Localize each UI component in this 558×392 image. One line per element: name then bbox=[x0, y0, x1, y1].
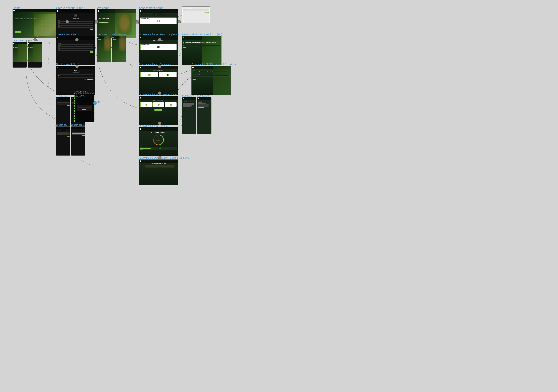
modal-sign-frame: CONFIRM EMAIL CONFIRM bbox=[74, 93, 95, 122]
code-principles-stage-done-title: CODE PRINCIPLES bbox=[140, 70, 177, 71]
start-button-mobile-2[interactable]: START → bbox=[113, 42, 115, 43]
assessment-results-frame: W OVERALL SCORE ON TRACK 67 Questions bbox=[139, 127, 178, 156]
svg-text:67 Questions: 67 Questions bbox=[157, 140, 160, 141]
assessment-breakdown-label: Assessment home (Results) Section-breakd… bbox=[139, 157, 189, 159]
send-invites-button[interactable]: SEND INVITES bbox=[87, 79, 94, 80]
next-mobile-2b[interactable]: NEXT bbox=[82, 135, 85, 136]
invite-title: INVITE bbox=[57, 70, 94, 71]
next-button-step1[interactable]: NEXT bbox=[90, 29, 94, 30]
write-colleague-frame: WRITE A COLLEAGUE SEND bbox=[182, 6, 210, 23]
home-mobile-1-frame: W DEFORESTATIONASSESSMENTTOOL bbox=[13, 42, 27, 68]
create-mobile-1a-label: Create ac... bbox=[56, 94, 68, 97]
next-mobile-1a[interactable]: NEXT bbox=[67, 105, 70, 106]
dashboard-mobile-1-label: Dashboard– bbox=[182, 94, 195, 97]
nav-dot-home-right bbox=[66, 20, 69, 23]
assessment-home-label: Assessment home bbox=[139, 6, 164, 10]
create-mobile-2a-frame: W COMPANY DETAILS NEXT bbox=[56, 126, 70, 156]
textarea-field-2[interactable] bbox=[192, 75, 229, 76]
hero-title: DEFORESTATION ASSESSMENT TOOL bbox=[15, 18, 37, 20]
assessment-all-stages-label: Assessment home (All Stages done) bbox=[139, 93, 176, 96]
nav-dot-assessment-bottom-3 bbox=[158, 92, 161, 95]
dashboard-mobile-2-label: Dashboard – bbox=[197, 94, 211, 97]
code-principles-all-title: CODE PRINCIPLES bbox=[140, 100, 177, 101]
set-commitments-all[interactable]: SET COMMITMENTS bbox=[141, 103, 152, 103]
nav-dot-assessment-bottom-2 bbox=[158, 65, 161, 68]
modal-sign-label: Modal sign-... bbox=[74, 90, 88, 93]
design-section-2-frame: W Section x.x X.X example of a random qu… bbox=[192, 66, 231, 95]
nav-dot-assessment-bottom-4 bbox=[158, 122, 161, 125]
set-commitments-card-2[interactable]: SET COMMITMENTS bbox=[141, 44, 176, 45]
nav-dot-assessment-bottom-5 bbox=[158, 156, 161, 159]
set-commitments-stage[interactable]: SET COMMITMENTS bbox=[141, 73, 158, 74]
welcome-label: Welcome bbox=[97, 6, 110, 10]
svg-point-2 bbox=[98, 101, 100, 103]
confirm-button[interactable]: CONFIRM bbox=[82, 109, 87, 110]
nav-dot-assessment-bottom bbox=[158, 38, 161, 42]
your-details-title: YOUR DETAILS bbox=[57, 18, 94, 19]
nav-dot-create2-bottom bbox=[75, 65, 78, 68]
create-step2-label: Create account Step 2 bbox=[56, 33, 79, 36]
view-results-button[interactable]: VIEW RESULTS → bbox=[155, 109, 162, 111]
send-colleague-button[interactable]: SEND bbox=[205, 12, 209, 13]
assessment-stage-done-frame: W CODE PRINCIPLES SET COMMITMENTS ✓ TAKE… bbox=[139, 66, 178, 95]
start-button-mobile-1[interactable]: START → bbox=[98, 42, 100, 43]
welcome-mobile-1-frame: W WELCOME,JOHN START → bbox=[97, 36, 111, 62]
design-section-1-frame: W Section x.x In-this-deforestation in a… bbox=[182, 36, 221, 65]
assessment-results-label: Assessment home (Results) bbox=[139, 124, 168, 127]
assessment-breakdown-frame: W SET COMMITMENTS SCORE Category 1 85% C… bbox=[139, 159, 178, 185]
nav-dot-home-bottom bbox=[34, 38, 37, 42]
create-mobile-2a-label: Create ac... bbox=[56, 124, 68, 126]
welcome-john-text: WELCOME, JOHN bbox=[99, 18, 109, 19]
nav-dot-modal-blue bbox=[93, 101, 97, 105]
welcome-mobile-2-frame: W WELCOME,JOHN START → bbox=[112, 36, 126, 62]
back-button-step2[interactable]: BACK bbox=[86, 51, 89, 53]
next-mobile-2a[interactable]: NEXT bbox=[67, 136, 70, 137]
nav-dot-create1-bottom bbox=[75, 38, 78, 42]
create-mobile-2b-label: Create acco... bbox=[71, 124, 86, 126]
textarea-field[interactable] bbox=[183, 45, 220, 46]
assessment-all-stages-frame: W CODE PRINCIPLES SET COMMITMENTS ✓ TAKE… bbox=[139, 96, 178, 125]
design-next-button[interactable]: NEXT → bbox=[183, 47, 186, 48]
wwf-logo: W bbox=[13, 10, 15, 11]
set-commitments-card[interactable]: SET COMMITMENTS bbox=[141, 18, 176, 19]
overall-score-title: OVERALL SCORE bbox=[140, 132, 177, 133]
assessment-stage-done-label: Assessment home (Stage done) bbox=[139, 63, 172, 66]
confirm-email-title: CONFIRM EMAIL bbox=[78, 106, 91, 107]
create-step1-label: Create account Step 1 bbox=[56, 6, 86, 10]
svg-point-7 bbox=[155, 136, 162, 144]
take-action-all[interactable]: TAKE ACTION bbox=[153, 103, 164, 103]
nav-dot-assessment-right bbox=[177, 20, 181, 23]
nav-dot-create1-right bbox=[95, 20, 98, 23]
welcome-mobile-2-label: Welcome mo... bbox=[112, 33, 128, 36]
skip-button[interactable]: SKIP bbox=[83, 79, 86, 80]
welcome-mobile-1-label: Welcome ... bbox=[97, 33, 109, 36]
back-mobile-2b[interactable]: BACK bbox=[81, 135, 82, 136]
design-section-1-label: Dashboard – DESIGN section i... (xxx) bbox=[182, 33, 222, 36]
design-section-2-question: X.X example of a random question with a … bbox=[192, 71, 229, 74]
code-principles-title: CODE PRINCIPLES bbox=[140, 14, 177, 15]
hero-button[interactable]: LEARN MORE bbox=[15, 31, 21, 33]
create-mobile-2b-frame: W COMPANY DETAILS BACK NEXT bbox=[71, 126, 85, 156]
set-commitments-score-title: SET COMMITMENTS SCORE bbox=[140, 163, 177, 164]
design-section-2-label: Dashboard – DESIGN section (o) (xxx) xxx bbox=[192, 63, 236, 66]
design-section-2-next-button[interactable]: NEXT → bbox=[192, 79, 196, 80]
nav-dot-welcome-right bbox=[136, 20, 139, 23]
home-mobile-1-label: Home mo... bbox=[13, 39, 25, 42]
dashboard-mobile-1-frame: W A CHALLENGE FOR ALL HUMAN RIGHTS A cha… bbox=[182, 97, 196, 134]
home-frame-label: Home bbox=[13, 6, 21, 10]
svg-text:ON TRACK: ON TRACK bbox=[156, 139, 161, 140]
demonstrate-progress-all[interactable]: DEMONSTRATE PROGRESS bbox=[166, 103, 176, 103]
create-mobile-1b-label: Create acco... bbox=[71, 94, 86, 97]
design-question-text: In-this-deforestation in a machine and p… bbox=[183, 42, 220, 43]
write-colleague-title: WRITE A COLLEAGUE bbox=[183, 8, 209, 8]
dashboard-mobile-2-frame: W A CHALLENGE FOR ALL HUMAN RIGHTS A cha… bbox=[197, 97, 211, 134]
take-action-stage[interactable]: TAKE ACTION bbox=[159, 73, 176, 74]
assessment-partial-label: Assessment home (Partial completion) bbox=[139, 33, 179, 36]
create-mobile-1a-frame: W YOUR DETAILS NEXT bbox=[56, 97, 70, 126]
start-assessment-button[interactable]: START ASSESSMENT → bbox=[99, 22, 108, 23]
home-mobile-2-frame: W DEFORESTATIONASSESSMENTTOOL bbox=[27, 42, 42, 68]
next-button-step2[interactable]: NEXT bbox=[90, 51, 94, 53]
